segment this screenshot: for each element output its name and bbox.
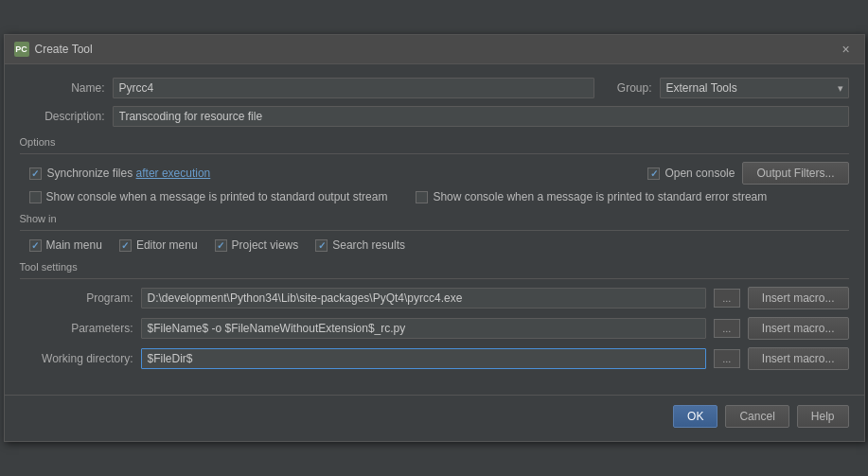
group-label: Group: — [617, 81, 652, 95]
close-button[interactable]: × — [838, 41, 855, 58]
parameters-input[interactable] — [141, 318, 706, 339]
show-console-stderr-checkbox[interactable] — [416, 191, 428, 203]
working-dir-label: Working directory: — [20, 352, 133, 365]
name-row: Name: Group: External Tools — [20, 78, 849, 98]
options-left: Synchronize files after execution — [29, 167, 211, 180]
app-icon: PC — [14, 42, 29, 57]
show-in-header: Show in — [20, 213, 849, 224]
show-in-section: Show in Main menu Editor menu Project vi… — [20, 213, 849, 252]
name-input[interactable] — [113, 78, 594, 98]
parameters-row: Parameters: ... Insert macro... — [20, 317, 849, 340]
working-dir-ellipsis-button[interactable]: ... — [714, 349, 740, 368]
show-console-stderr-item: Show console when a message is printed t… — [416, 190, 767, 203]
working-dir-insert-macro-button[interactable]: Insert macro... — [748, 347, 849, 370]
working-dir-input[interactable] — [141, 348, 706, 369]
options-section: Options Synchronize files after executio… — [20, 136, 849, 203]
program-ellipsis-button[interactable]: ... — [714, 289, 740, 308]
group-select-wrapper: External Tools — [660, 78, 849, 98]
parameters-ellipsis-button[interactable]: ... — [714, 319, 740, 338]
ok-button[interactable]: OK — [673, 405, 717, 428]
dialog-footer: OK Cancel Help — [5, 395, 864, 441]
cancel-button[interactable]: Cancel — [725, 405, 788, 428]
program-insert-macro-button[interactable]: Insert macro... — [748, 287, 849, 309]
description-label: Description: — [20, 110, 105, 123]
options-row-2: Show console when a message is printed t… — [20, 190, 849, 203]
program-input[interactable] — [141, 288, 706, 309]
sync-files-checkbox[interactable] — [29, 167, 42, 180]
main-menu-item: Main menu — [29, 238, 102, 252]
group-select[interactable]: External Tools — [660, 78, 849, 98]
show-in-row: Main menu Editor menu Project views Sear… — [20, 238, 849, 252]
sync-files-label: Synchronize files after execution — [47, 167, 211, 180]
project-views-label: Project views — [232, 238, 299, 252]
working-dir-row: Working directory: ... Insert macro... — [20, 347, 849, 370]
options-header: Options — [20, 136, 849, 148]
open-console-item: Open console — [647, 167, 735, 180]
main-menu-label: Main menu — [46, 238, 102, 252]
program-label: Program: — [20, 291, 133, 305]
tool-settings-section: Tool settings Program: ... Insert macro.… — [20, 261, 849, 370]
description-row: Description: — [20, 106, 849, 127]
output-filters-button[interactable]: Output Filters... — [742, 162, 848, 185]
title-bar: PC Create Tool × — [5, 35, 864, 64]
show-console-stdout-checkbox[interactable] — [29, 191, 42, 203]
search-results-checkbox[interactable] — [315, 239, 328, 252]
parameters-label: Parameters: — [20, 322, 133, 335]
main-menu-checkbox[interactable] — [29, 239, 42, 252]
description-input[interactable] — [113, 106, 849, 127]
program-row: Program: ... Insert macro... — [20, 287, 849, 309]
project-views-checkbox[interactable] — [215, 239, 227, 252]
show-console-stderr-label: Show console when a message is printed t… — [433, 190, 767, 203]
name-label: Name: — [20, 81, 105, 95]
sync-files-highlight: after execution — [136, 167, 211, 180]
title-bar-left: PC Create Tool — [14, 42, 93, 57]
show-console-stdout-label: Show console when a message is printed t… — [46, 190, 388, 203]
open-console-label: Open console — [664, 167, 735, 180]
dialog-body: Name: Group: External Tools Description:… — [5, 64, 864, 391]
tool-settings-header: Tool settings — [20, 261, 849, 273]
dialog-title: Create Tool — [35, 43, 93, 56]
editor-menu-item: Editor menu — [119, 238, 198, 252]
parameters-insert-macro-button[interactable]: Insert macro... — [748, 317, 849, 340]
editor-menu-label: Editor menu — [136, 238, 198, 252]
open-console-checkbox[interactable] — [647, 167, 660, 180]
project-views-item: Project views — [215, 238, 299, 252]
options-right: Open console Output Filters... — [647, 162, 848, 185]
help-button[interactable]: Help — [797, 405, 849, 428]
search-results-label: Search results — [332, 238, 405, 252]
options-row-1: Synchronize files after execution Open c… — [20, 162, 849, 185]
show-console-stdout-item: Show console when a message is printed t… — [29, 190, 388, 203]
create-tool-dialog: PC Create Tool × Name: Group: External T… — [4, 34, 865, 442]
editor-menu-checkbox[interactable] — [119, 239, 132, 252]
search-results-item: Search results — [315, 238, 405, 252]
